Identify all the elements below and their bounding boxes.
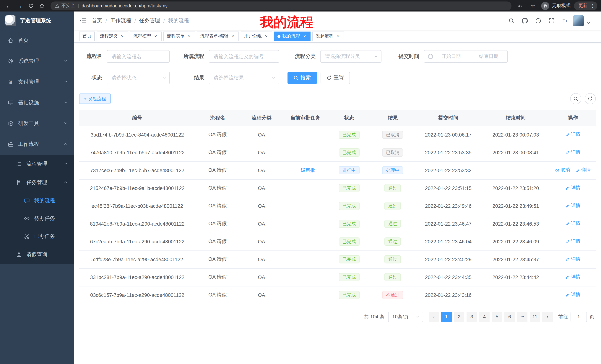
table-row[interactable]: 7317cec6-7b9b-11ec-b5b7-acde48001122 OA … bbox=[79, 161, 596, 179]
row-detail-link[interactable]: 详情 bbox=[576, 167, 591, 173]
create-process-button[interactable]: + 发起流程 bbox=[79, 94, 111, 104]
sidebar-item-task-mgmt[interactable]: 任务管理 bbox=[0, 173, 74, 192]
row-detail-link[interactable]: 详情 bbox=[565, 238, 580, 245]
sidebar-item-payment[interactable]: ¥ 支付管理 bbox=[0, 72, 74, 92]
row-detail-link[interactable]: 详情 bbox=[565, 203, 580, 209]
sidebar-item-todo-tasks[interactable]: 待办任务 bbox=[0, 210, 74, 228]
result-select[interactable]: 请选择流结果 bbox=[209, 72, 279, 84]
row-detail-link[interactable]: 详情 bbox=[565, 185, 580, 191]
table-row[interactable]: 67c2eaab-7b9a-11ec-a290-acde48001122 OA … bbox=[79, 233, 596, 250]
row-detail-link[interactable]: 详情 bbox=[565, 274, 580, 280]
incognito-badge: 无痕模式 bbox=[541, 2, 571, 10]
sidebar-toggle-button[interactable] bbox=[79, 17, 87, 25]
sidebar-item-process-mgmt[interactable]: 流程管理 bbox=[0, 155, 74, 173]
category-select[interactable]: 请选择流程分类 bbox=[320, 50, 381, 63]
browser-menu-icon[interactable]: ⋮ bbox=[590, 3, 595, 9]
row-detail-link[interactable]: 详情 bbox=[565, 132, 580, 138]
page-button-2[interactable]: 2 bbox=[454, 312, 464, 322]
sidebar-item-done-tasks[interactable]: 已办任务 bbox=[0, 228, 74, 245]
tab-process-definition[interactable]: 流程定义× bbox=[97, 31, 128, 41]
row-detail-link[interactable]: 详情 bbox=[565, 292, 580, 298]
sidebar-item-workflow[interactable]: 工作流程 bbox=[0, 134, 74, 155]
font-size-button[interactable] bbox=[559, 15, 571, 26]
prev-page-button[interactable]: ‹ bbox=[429, 312, 439, 322]
tab-process-form-edit[interactable]: 流程表单-编辑× bbox=[197, 31, 239, 41]
row-detail-link[interactable]: 详情 bbox=[565, 220, 580, 227]
tab-process-model[interactable]: 流程模型× bbox=[130, 31, 161, 41]
submit-time-range[interactable]: 开始日期 - 结束日期 bbox=[424, 50, 508, 63]
more-pages-button[interactable]: ••• bbox=[517, 312, 527, 322]
process-def-input[interactable] bbox=[209, 50, 279, 63]
sidebar-item-infrastructure[interactable]: 基础设施 bbox=[0, 92, 74, 113]
page-button-4[interactable]: 4 bbox=[479, 312, 490, 322]
avatar[interactable] bbox=[573, 15, 584, 26]
update-chip[interactable]: 更新 ⋮ bbox=[574, 1, 597, 10]
page-size-select[interactable]: 10条/页 bbox=[388, 312, 423, 322]
table-row[interactable]: 7470a810-7b9b-11ec-b5b7-acde48001122 OA … bbox=[79, 144, 596, 161]
row-cancel-link[interactable]: 取消 bbox=[555, 167, 570, 173]
cell-submit: 2022-01-22 23:53:32 bbox=[415, 161, 481, 179]
page-button-3[interactable]: 3 bbox=[467, 312, 477, 322]
github-link[interactable] bbox=[519, 15, 531, 26]
reload-button[interactable] bbox=[26, 1, 36, 10]
active-tab-dot bbox=[278, 35, 280, 38]
tab-user-group[interactable]: 用户分组× bbox=[241, 31, 272, 41]
tab-my-process[interactable]: 我的流程× bbox=[274, 31, 311, 41]
row-detail-link[interactable]: 详情 bbox=[565, 149, 580, 156]
status-select[interactable]: 请选择状态 bbox=[107, 72, 170, 84]
breadcrumb-item[interactable]: 首页 bbox=[92, 18, 102, 24]
row-current-task-link[interactable]: 一级审批 bbox=[296, 167, 315, 174]
close-icon[interactable]: × bbox=[186, 34, 192, 39]
next-page-button[interactable]: › bbox=[542, 312, 553, 322]
table-row[interactable]: 52ffd28e-7b9a-11ec-a290-acde48001122 OA … bbox=[79, 250, 596, 268]
sidebar-item-my-process[interactable]: 我的流程 bbox=[0, 192, 74, 210]
fullscreen-button[interactable] bbox=[546, 15, 557, 26]
password-key-button[interactable] bbox=[515, 1, 525, 10]
tab-start-process[interactable]: 发起流程× bbox=[312, 31, 344, 41]
sidebar-item-home[interactable]: 首页 bbox=[0, 30, 74, 51]
close-icon[interactable]: × bbox=[120, 34, 125, 39]
table-row[interactable]: 819442e8-7b9a-11ec-a290-acde48001122 OA … bbox=[79, 215, 596, 233]
toggle-search-button[interactable] bbox=[570, 93, 581, 104]
tab-process-form[interactable]: 流程表单× bbox=[163, 31, 195, 41]
logo[interactable]: 芋道管理系统 bbox=[0, 11, 74, 30]
page-button-1[interactable]: 1 bbox=[441, 312, 452, 322]
sidebar-item-devtools[interactable]: 研发工具 bbox=[0, 113, 74, 134]
table-row[interactable]: 3ad174fb-7b9d-11ec-8404-acde48001122 OA … bbox=[79, 126, 596, 144]
goto-page-input[interactable] bbox=[571, 312, 587, 322]
reset-button[interactable]: 重置 bbox=[321, 72, 350, 84]
close-icon[interactable]: × bbox=[302, 34, 307, 39]
browser-home-button[interactable] bbox=[37, 1, 47, 10]
close-icon[interactable]: × bbox=[230, 34, 235, 39]
sidebar-item-leave-query[interactable]: 请假查询 bbox=[0, 245, 74, 264]
address-bar[interactable]: 不安全 | dashboard.yudao.iocoder.cn/bpm/tas… bbox=[50, 1, 511, 10]
help-button[interactable] bbox=[533, 15, 544, 26]
cell-end: 2022-01-22 23:44:42 bbox=[481, 268, 550, 286]
table-row[interactable]: ec45f38f-7b9a-11ec-b03b-acde48001122 OA … bbox=[79, 197, 596, 215]
process-name-input[interactable] bbox=[107, 50, 170, 63]
security-badge[interactable]: 不安全 bbox=[55, 3, 75, 9]
breadcrumb-item[interactable]: 任务管理 bbox=[139, 18, 160, 24]
sidebar-item-system[interactable]: 系统管理 bbox=[0, 51, 74, 72]
page-button-5[interactable]: 5 bbox=[492, 312, 502, 322]
bookmark-button[interactable]: ☆ bbox=[528, 1, 538, 10]
avatar-caret-icon[interactable] bbox=[586, 16, 591, 25]
table-row[interactable]: 331bc281-7b9a-11ec-a290-acde48001122 OA … bbox=[79, 268, 596, 286]
refresh-table-button[interactable] bbox=[585, 93, 596, 104]
table-row[interactable]: 03c6c157-7b9a-11ec-a290-acde48001122 OA … bbox=[79, 286, 596, 304]
page-button-11[interactable]: 11 bbox=[530, 312, 540, 322]
cell-result: 已取消 bbox=[371, 144, 415, 161]
row-detail-link[interactable]: 详情 bbox=[565, 256, 580, 262]
table-row[interactable]: 2152467e-7b9b-11ec-9a1b-acde48001122 OA … bbox=[79, 179, 596, 197]
close-icon[interactable]: × bbox=[335, 34, 341, 39]
tab-home[interactable]: 首页 bbox=[79, 31, 95, 41]
forward-button[interactable]: → bbox=[15, 1, 25, 10]
breadcrumb-item[interactable]: 工作流程 bbox=[110, 18, 131, 24]
header-search-button[interactable] bbox=[506, 15, 517, 26]
back-button[interactable]: ← bbox=[4, 1, 13, 10]
search-button[interactable]: 搜索 bbox=[288, 72, 317, 84]
page-button-6[interactable]: 6 bbox=[504, 312, 515, 322]
close-icon[interactable]: × bbox=[153, 34, 158, 39]
close-icon[interactable]: × bbox=[264, 34, 269, 39]
page-jumper: 前往 页 bbox=[558, 312, 594, 322]
